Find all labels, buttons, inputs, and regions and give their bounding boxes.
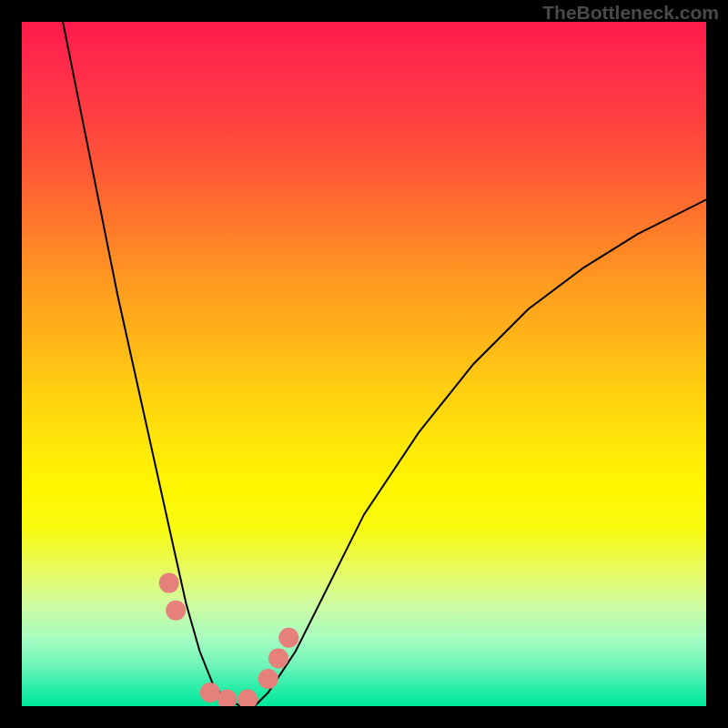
- curve-marker: [159, 573, 179, 593]
- curve-marker: [238, 690, 258, 707]
- curve-marker: [200, 682, 220, 703]
- bottleneck-curve-line: [63, 22, 706, 706]
- curve-marker: [268, 648, 288, 668]
- curve-marker: [166, 601, 186, 621]
- chart-svg: [22, 22, 706, 706]
- curve-markers: [159, 573, 299, 706]
- plot-area: [22, 22, 706, 706]
- curve-marker: [258, 669, 278, 689]
- curve-marker: [278, 628, 298, 648]
- watermark-text: TheBottleneck.com: [542, 2, 719, 24]
- chart-frame: TheBottleneck.com: [0, 0, 728, 728]
